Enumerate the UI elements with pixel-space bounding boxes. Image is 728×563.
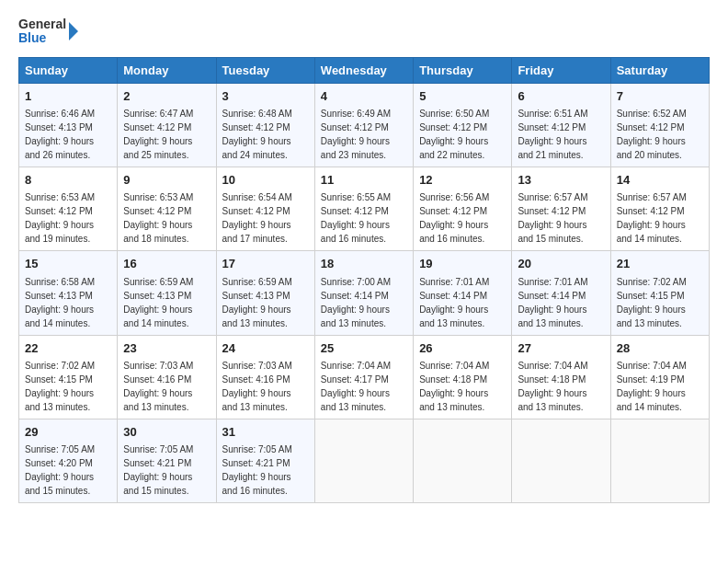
day-detail: Sunrise: 7:04 AMSunset: 4:19 PMDaylight:…	[617, 359, 703, 414]
day-number: 13	[518, 172, 604, 189]
day-number: 26	[419, 340, 506, 357]
calendar-cell: 21Sunrise: 7:02 AMSunset: 4:15 PMDayligh…	[610, 251, 709, 335]
calendar-cell: 6Sunrise: 6:51 AMSunset: 4:12 PMDaylight…	[512, 84, 610, 167]
day-detail: Sunrise: 6:53 AMSunset: 4:12 PMDaylight:…	[25, 190, 111, 246]
calendar-cell	[414, 419, 512, 502]
day-number: 1	[25, 88, 111, 105]
col-header-tuesday: Tuesday	[216, 58, 314, 84]
calendar-cell: 11Sunrise: 6:55 AMSunset: 4:12 PMDayligh…	[314, 167, 413, 251]
day-detail: Sunrise: 7:05 AMSunset: 4:21 PMDaylight:…	[123, 442, 210, 498]
calendar-cell: 5Sunrise: 6:50 AMSunset: 4:12 PMDaylight…	[414, 84, 512, 167]
col-header-sunday: Sunday	[19, 58, 118, 84]
calendar-cell: 12Sunrise: 6:56 AMSunset: 4:12 PMDayligh…	[414, 167, 512, 251]
day-detail: Sunrise: 7:01 AMSunset: 4:14 PMDaylight:…	[518, 275, 604, 330]
day-number: 21	[617, 256, 703, 272]
day-detail: Sunrise: 7:02 AMSunset: 4:15 PMDaylight:…	[25, 359, 111, 414]
calendar-cell: 24Sunrise: 7:03 AMSunset: 4:16 PMDayligh…	[216, 335, 314, 419]
calendar-cell: 18Sunrise: 7:00 AMSunset: 4:14 PMDayligh…	[314, 251, 413, 335]
calendar-cell: 14Sunrise: 6:57 AMSunset: 4:12 PMDayligh…	[610, 167, 709, 251]
day-number: 7	[617, 88, 703, 105]
calendar-cell: 4Sunrise: 6:49 AMSunset: 4:12 PMDaylight…	[314, 84, 413, 167]
calendar-cell: 28Sunrise: 7:04 AMSunset: 4:19 PMDayligh…	[610, 335, 709, 419]
day-detail: Sunrise: 6:54 AMSunset: 4:12 PMDaylight:…	[222, 190, 309, 246]
calendar-cell	[512, 419, 610, 502]
day-number: 22	[25, 340, 111, 357]
header: GeneralBlue	[18, 15, 710, 48]
calendar-cell: 3Sunrise: 6:48 AMSunset: 4:12 PMDaylight…	[216, 84, 314, 167]
logo-svg: GeneralBlue	[18, 15, 83, 48]
calendar-cell: 20Sunrise: 7:01 AMSunset: 4:14 PMDayligh…	[512, 251, 610, 335]
day-number: 18	[321, 256, 407, 272]
day-detail: Sunrise: 6:48 AMSunset: 4:12 PMDaylight:…	[222, 107, 309, 162]
day-detail: Sunrise: 7:03 AMSunset: 4:16 PMDaylight:…	[123, 359, 210, 414]
calendar-cell: 13Sunrise: 6:57 AMSunset: 4:12 PMDayligh…	[512, 167, 610, 251]
calendar-table: SundayMondayTuesdayWednesdayThursdayFrid…	[18, 57, 710, 503]
day-number: 30	[123, 424, 210, 441]
day-number: 20	[518, 256, 604, 272]
col-header-monday: Monday	[118, 58, 216, 84]
day-number: 16	[123, 256, 210, 272]
day-number: 6	[518, 88, 604, 105]
calendar-cell: 29Sunrise: 7:05 AMSunset: 4:20 PMDayligh…	[19, 419, 118, 502]
day-detail: Sunrise: 7:05 AMSunset: 4:21 PMDaylight:…	[222, 442, 309, 498]
calendar-cell: 19Sunrise: 7:01 AMSunset: 4:14 PMDayligh…	[414, 251, 512, 335]
day-detail: Sunrise: 7:02 AMSunset: 4:15 PMDaylight:…	[617, 275, 703, 330]
col-header-wednesday: Wednesday	[314, 58, 413, 84]
day-number: 12	[419, 172, 506, 189]
week-row-2: 8Sunrise: 6:53 AMSunset: 4:12 PMDaylight…	[19, 167, 710, 251]
svg-text:General: General	[18, 17, 66, 31]
day-number: 10	[222, 172, 309, 189]
day-detail: Sunrise: 7:04 AMSunset: 4:18 PMDaylight:…	[518, 359, 604, 414]
svg-text:Blue: Blue	[18, 30, 47, 45]
day-detail: Sunrise: 6:53 AMSunset: 4:12 PMDaylight:…	[123, 190, 210, 246]
week-row-1: 1Sunrise: 6:46 AMSunset: 4:13 PMDaylight…	[19, 84, 710, 167]
svg-marker-2	[69, 22, 78, 40]
day-number: 23	[123, 340, 210, 357]
day-number: 25	[321, 340, 407, 357]
calendar-cell: 26Sunrise: 7:04 AMSunset: 4:18 PMDayligh…	[414, 335, 512, 419]
calendar-cell	[314, 419, 413, 502]
day-detail: Sunrise: 7:04 AMSunset: 4:18 PMDaylight:…	[419, 359, 506, 414]
day-number: 19	[419, 256, 506, 272]
day-number: 2	[123, 88, 210, 105]
day-detail: Sunrise: 6:55 AMSunset: 4:12 PMDaylight:…	[321, 190, 407, 246]
day-detail: Sunrise: 7:01 AMSunset: 4:14 PMDaylight:…	[419, 275, 506, 330]
day-number: 15	[25, 256, 111, 272]
week-row-4: 22Sunrise: 7:02 AMSunset: 4:15 PMDayligh…	[19, 335, 710, 419]
calendar-cell: 8Sunrise: 6:53 AMSunset: 4:12 PMDaylight…	[19, 167, 118, 251]
logo: GeneralBlue	[18, 15, 83, 48]
week-row-3: 15Sunrise: 6:58 AMSunset: 4:13 PMDayligh…	[19, 251, 710, 335]
calendar-cell: 27Sunrise: 7:04 AMSunset: 4:18 PMDayligh…	[512, 335, 610, 419]
day-detail: Sunrise: 6:52 AMSunset: 4:12 PMDaylight:…	[617, 107, 703, 162]
calendar-cell: 9Sunrise: 6:53 AMSunset: 4:12 PMDaylight…	[118, 167, 216, 251]
day-detail: Sunrise: 7:03 AMSunset: 4:16 PMDaylight:…	[222, 359, 309, 414]
day-number: 28	[617, 340, 703, 357]
day-number: 27	[518, 340, 604, 357]
calendar-header-row: SundayMondayTuesdayWednesdayThursdayFrid…	[19, 58, 710, 84]
day-number: 5	[419, 88, 506, 105]
day-detail: Sunrise: 6:59 AMSunset: 4:13 PMDaylight:…	[123, 275, 210, 330]
day-detail: Sunrise: 6:47 AMSunset: 4:12 PMDaylight:…	[123, 107, 210, 162]
day-number: 8	[25, 172, 111, 189]
day-number: 24	[222, 340, 309, 357]
col-header-saturday: Saturday	[610, 58, 709, 84]
calendar-cell: 17Sunrise: 6:59 AMSunset: 4:13 PMDayligh…	[216, 251, 314, 335]
day-detail: Sunrise: 6:49 AMSunset: 4:12 PMDaylight:…	[321, 107, 407, 162]
day-detail: Sunrise: 6:56 AMSunset: 4:12 PMDaylight:…	[419, 190, 506, 246]
calendar-cell: 31Sunrise: 7:05 AMSunset: 4:21 PMDayligh…	[216, 419, 314, 502]
day-detail: Sunrise: 7:00 AMSunset: 4:14 PMDaylight:…	[321, 275, 407, 330]
day-number: 11	[321, 172, 407, 189]
day-number: 17	[222, 256, 309, 272]
day-number: 31	[222, 424, 309, 441]
calendar-cell: 22Sunrise: 7:02 AMSunset: 4:15 PMDayligh…	[19, 335, 118, 419]
calendar-cell: 25Sunrise: 7:04 AMSunset: 4:17 PMDayligh…	[314, 335, 413, 419]
day-detail: Sunrise: 6:50 AMSunset: 4:12 PMDaylight:…	[419, 107, 506, 162]
col-header-friday: Friday	[512, 58, 610, 84]
day-detail: Sunrise: 6:58 AMSunset: 4:13 PMDaylight:…	[25, 275, 111, 330]
calendar-cell: 2Sunrise: 6:47 AMSunset: 4:12 PMDaylight…	[118, 84, 216, 167]
day-detail: Sunrise: 6:46 AMSunset: 4:13 PMDaylight:…	[25, 107, 111, 162]
calendar-cell: 23Sunrise: 7:03 AMSunset: 4:16 PMDayligh…	[118, 335, 216, 419]
calendar-cell: 10Sunrise: 6:54 AMSunset: 4:12 PMDayligh…	[216, 167, 314, 251]
day-detail: Sunrise: 7:04 AMSunset: 4:17 PMDaylight:…	[321, 359, 407, 414]
day-detail: Sunrise: 6:59 AMSunset: 4:13 PMDaylight:…	[222, 275, 309, 330]
